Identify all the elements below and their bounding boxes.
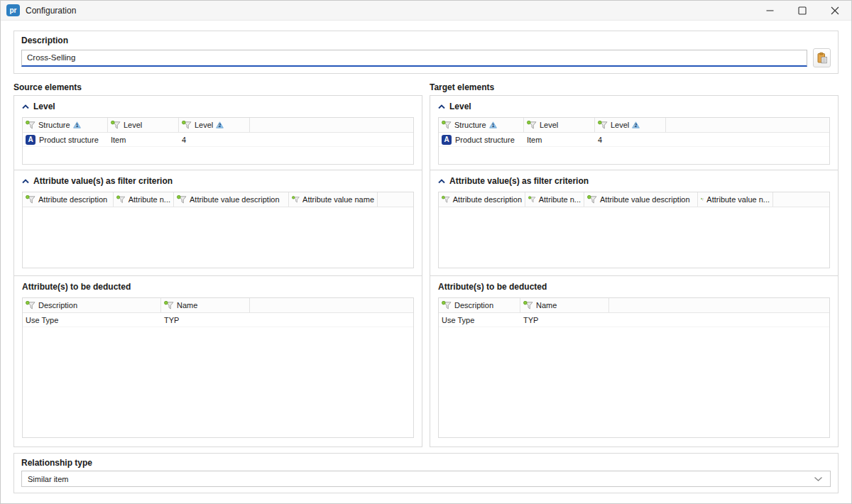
table-empty-area	[23, 207, 413, 268]
relationship-type-group: Relationship type Similar item	[13, 453, 839, 493]
maximize-icon	[798, 6, 807, 15]
table-empty-area	[23, 147, 413, 164]
close-icon	[831, 6, 839, 15]
filter-icon[interactable]	[182, 121, 192, 129]
section-label: Attribute value(s) as filter criterion	[33, 176, 173, 186]
dialog-content: Description Source e	[1, 21, 851, 493]
filter-icon[interactable]	[587, 195, 597, 204]
source-attribute-filter-header[interactable]: Attribute value(s) as filter criterion	[22, 175, 414, 187]
filter-icon[interactable]	[164, 301, 174, 309]
column-label: Level	[540, 121, 558, 129]
column-label: Attribute value n...	[706, 195, 770, 204]
source-deducted-table: Description Name Use Type TYP	[22, 297, 414, 438]
source-level-table: Structure 1 Level Level	[22, 117, 414, 165]
close-button[interactable]	[819, 1, 851, 20]
column-header-attribute-value-name[interactable]: Attribute value name	[289, 192, 378, 207]
column-label: Name	[536, 301, 557, 309]
collapse-caret-icon[interactable]	[438, 179, 445, 184]
table-header-row: Description Name	[23, 298, 413, 313]
column-header-level[interactable]: Level	[524, 118, 595, 132]
structure-type-badge: A	[26, 135, 36, 145]
column-header-structure[interactable]: Structure 1	[23, 118, 108, 132]
column-label: Description	[38, 301, 77, 309]
filter-icon[interactable]	[528, 195, 536, 204]
collapse-caret-icon[interactable]	[22, 104, 29, 109]
filter-icon[interactable]	[442, 121, 452, 129]
filter-icon[interactable]	[111, 121, 121, 129]
column-header-filler	[378, 192, 413, 207]
column-header-filler	[773, 192, 829, 207]
column-header-level[interactable]: Level	[108, 118, 179, 132]
column-header-filler	[609, 298, 829, 312]
sort-order-icon: 1	[489, 121, 497, 128]
filter-icon[interactable]	[598, 121, 608, 129]
column-header-name[interactable]: Name	[161, 298, 250, 312]
description-input[interactable]	[21, 50, 807, 67]
column-header-attribute-value-description[interactable]: Attribute value description	[174, 192, 289, 207]
svg-text:2: 2	[635, 123, 638, 128]
sort-order-icon: 1	[73, 121, 81, 128]
column-header-name[interactable]: Name	[520, 298, 609, 312]
target-level-section-header[interactable]: Level	[438, 101, 830, 112]
cell-description: Use Type	[23, 316, 161, 324]
cell-description: Use Type	[439, 316, 520, 324]
target-attribute-filter-header[interactable]: Attribute value(s) as filter criterion	[438, 175, 830, 187]
column-header-attribute-name[interactable]: Attribute n...	[525, 192, 584, 207]
cell-level: Item	[524, 136, 595, 144]
source-elements-panel: Source elements Level	[13, 82, 422, 447]
target-elements-panel: Target elements Level	[430, 82, 839, 447]
maximize-button[interactable]	[786, 1, 819, 20]
minimize-button[interactable]	[753, 1, 786, 20]
filter-icon[interactable]	[527, 121, 537, 129]
filter-icon[interactable]	[26, 195, 36, 204]
column-header-attribute-description[interactable]: Attribute description	[23, 192, 114, 207]
column-header-attribute-value-description[interactable]: Attribute value description	[584, 192, 698, 207]
table-row[interactable]: Use Type TYP	[23, 313, 413, 327]
column-label: Level	[124, 121, 142, 129]
collapse-caret-icon[interactable]	[22, 179, 29, 184]
filter-icon[interactable]	[523, 301, 533, 309]
target-deducted-header: Attribute(s) to be deducted	[438, 281, 830, 292]
table-row[interactable]: Use Type TYP	[439, 313, 829, 327]
filter-icon[interactable]	[701, 195, 704, 204]
chevron-down-icon	[814, 476, 824, 482]
app-logo-icon: pr	[6, 4, 20, 16]
source-level-section-header[interactable]: Level	[22, 101, 414, 112]
cell-level-number: 4	[595, 136, 666, 144]
column-header-filler	[250, 118, 413, 132]
relationship-type-select[interactable]: Similar item	[21, 471, 831, 487]
filter-icon[interactable]	[442, 301, 452, 309]
column-header-attribute-value-name[interactable]: Attribute value n...	[698, 192, 773, 207]
filter-icon[interactable]	[292, 195, 300, 204]
filter-icon[interactable]	[116, 195, 126, 204]
table-row[interactable]: A Product structure Item 4	[439, 133, 829, 147]
table-header-row: Attribute description Attribute n... Att…	[23, 192, 413, 207]
sort-order-icon: 2	[632, 121, 640, 128]
description-label: Description	[21, 35, 831, 45]
selected-relationship-value: Similar item	[28, 475, 68, 483]
cell-level: Item	[108, 136, 179, 144]
column-header-attribute-description[interactable]: Attribute description	[439, 192, 525, 207]
filter-icon[interactable]	[442, 195, 450, 204]
source-attribute-filter-table: Attribute description Attribute n... Att…	[22, 192, 414, 268]
table-empty-area	[439, 147, 829, 164]
panels-row: Source elements Level	[13, 82, 839, 447]
column-label: Attribute description	[38, 195, 107, 204]
column-header-description[interactable]: Description	[23, 298, 161, 312]
column-header-description[interactable]: Description	[439, 298, 520, 312]
filter-icon[interactable]	[26, 121, 36, 129]
table-row[interactable]: A Product structure Item 4	[23, 133, 413, 147]
column-label: Attribute n...	[539, 195, 581, 204]
column-header-structure[interactable]: Structure 1	[439, 118, 524, 132]
column-header-level-number[interactable]: Level 2	[595, 118, 666, 132]
table-header-row: Attribute description Attribute n... Att…	[439, 192, 829, 207]
paste-button[interactable]	[813, 48, 831, 67]
target-attribute-filter-table: Attribute description Attribute n... Att…	[438, 192, 830, 268]
table-empty-area	[439, 327, 829, 437]
filter-icon[interactable]	[177, 195, 187, 204]
filter-icon[interactable]	[26, 301, 36, 309]
column-label: Attribute n...	[129, 195, 170, 204]
collapse-caret-icon[interactable]	[438, 104, 445, 109]
column-header-level-number[interactable]: Level 2	[179, 118, 250, 132]
column-header-attribute-name[interactable]: Attribute n...	[114, 192, 174, 207]
